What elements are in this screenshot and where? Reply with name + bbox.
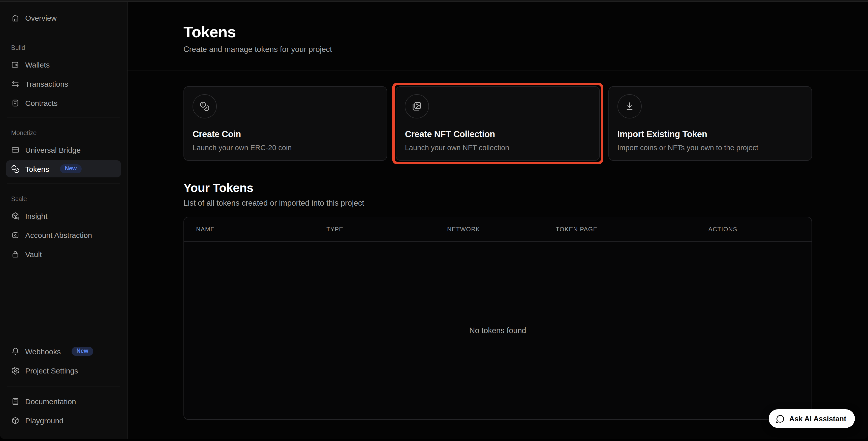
credit-card-icon [11,146,20,154]
book-icon [11,397,20,406]
coins-icon [11,164,20,173]
tokens-table-empty-state: No tokens found [184,242,811,419]
column-header-network: NETWORK [447,226,556,233]
sidebar-section-label-monetize: Monetize [6,123,121,141]
card-title: Create Coin [192,129,378,139]
lock-icon [11,250,20,258]
app-root: OverviewBuildWalletsTransactionsContract… [0,0,868,441]
sidebar-item-label: Webhooks [25,347,61,355]
card-description: Launch your own NFT collection [405,144,591,152]
bell-icon [11,347,20,355]
card-create-nft-collection[interactable]: Create NFT CollectionLaunch your own NFT… [396,86,600,161]
card-title: Import Existing Token [617,129,803,139]
card-description: Import coins or NFTs you own to the proj… [617,144,803,152]
empty-message: No tokens found [469,326,526,335]
sidebar-item-wallets[interactable]: Wallets [6,56,121,73]
page-subtitle: Create and manage tokens for your projec… [184,45,812,54]
sidebar-item-vault[interactable]: Vault [6,246,121,262]
sidebar-item-label: Contracts [25,98,58,107]
sidebar-item-tokens[interactable]: TokensNew [6,160,121,178]
sidebar-item-label: Tokens [25,164,49,173]
card-icon-circle [192,94,217,119]
sidebar: OverviewBuildWalletsTransactionsContract… [0,2,127,439]
wallet-icon [11,60,20,69]
sidebar-divider [7,32,120,32]
your-tokens-subtitle: List of all tokens created or imported i… [184,198,812,208]
home-icon [11,13,20,22]
contract-document-icon [11,98,20,107]
new-badge: New [71,347,93,356]
column-header-actions: ACTIONS [708,226,800,233]
card-import-existing-token[interactable]: Import Existing TokenImport coins or NFT… [608,86,812,161]
sidebar-item-label: Account Abstraction [25,230,92,239]
page-title: Tokens [184,23,812,41]
sidebar-item-label: Project Settings [25,366,78,375]
card-icon-circle [405,94,429,119]
sidebar-nav: OverviewBuildWalletsTransactionsContract… [6,9,121,264]
page-header: Tokens Create and manage tokens for your… [127,2,868,71]
your-tokens-section: Your Tokens List of all tokens created o… [184,181,812,420]
chat-bubble-icon [775,414,784,423]
sidebar-divider [7,386,120,387]
card-title: Create NFT Collection [405,129,591,139]
sidebar-item-universal-bridge[interactable]: Universal Bridge [6,141,121,158]
sidebar-item-overview[interactable]: Overview [6,9,121,26]
sidebar-item-transactions[interactable]: Transactions [6,75,121,92]
token-action-cards: Create CoinLaunch your own ERC-20 coinCr… [184,86,812,161]
tokens-table-header-row: NAMETYPENETWORKTOKEN PAGEACTIONS [184,217,811,242]
sidebar-divider [7,183,120,184]
app-frame: OverviewBuildWalletsTransactionsContract… [0,2,868,439]
column-header-type: TYPE [327,226,447,233]
main-content: Tokens Create and manage tokens for your… [127,2,868,439]
your-tokens-title: Your Tokens [184,181,812,195]
sidebar-section-label-build: Build [6,38,121,56]
package-search-icon [11,212,20,220]
sidebar-item-documentation[interactable]: Documentation [6,392,121,410]
gear-icon [11,366,20,375]
sidebar-item-project-settings[interactable]: Project Settings [6,362,121,379]
sidebar-divider [7,117,120,118]
sidebar-item-label: Playground [25,416,63,424]
sidebar-item-label: Wallets [25,60,50,69]
images-icon [412,101,422,112]
card-description: Launch your own ERC-20 coin [192,144,378,152]
download-icon [624,101,634,112]
card-create-coin[interactable]: Create CoinLaunch your own ERC-20 coin [184,86,388,161]
top-edge-strip [0,0,868,2]
sidebar-item-playground[interactable]: Playground [6,412,121,429]
arrows-left-right-icon [11,80,20,88]
ask-ai-assistant-label: Ask AI Assistant [789,414,846,422]
sidebar-item-account-abstraction[interactable]: Account Abstraction [6,226,121,244]
tokens-table: NAMETYPENETWORKTOKEN PAGEACTIONS No toke… [184,217,812,420]
cube-icon [11,416,20,424]
new-badge: New [60,164,82,174]
account-box-icon [11,230,20,239]
sidebar-item-webhooks[interactable]: WebhooksNew [6,343,121,360]
coins-icon [199,101,210,112]
sidebar-item-label: Vault [25,250,42,258]
column-header-token-page: TOKEN PAGE [556,226,709,233]
sidebar-footer: WebhooksNewProject SettingsDocumentation… [6,343,121,431]
column-header-name: NAME [196,226,327,233]
sidebar-item-contracts[interactable]: Contracts [6,94,121,112]
sidebar-item-label: Universal Bridge [25,146,81,154]
sidebar-item-label: Transactions [25,80,68,88]
sidebar-item-insight[interactable]: Insight [6,207,121,224]
sidebar-item-label: Overview [25,13,57,22]
ask-ai-assistant-button[interactable]: Ask AI Assistant [769,409,855,428]
sidebar-item-label: Insight [25,212,48,220]
sidebar-section-label-scale: Scale [6,189,121,207]
card-icon-circle [617,94,642,119]
sidebar-item-label: Documentation [25,397,76,406]
